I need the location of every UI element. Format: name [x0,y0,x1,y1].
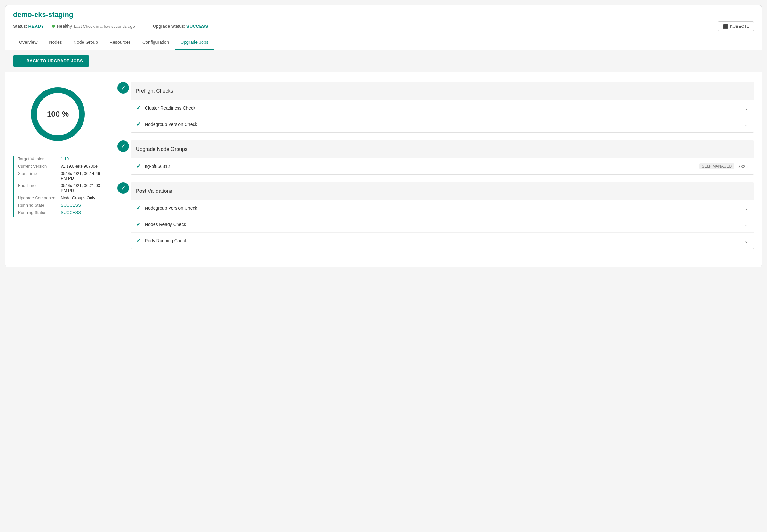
post-items: ✓ Nodegroup Version Check ⌄ ✓ Nodes Read… [131,200,754,249]
left-panel: 100 % Target Version 1.19 Current Versio… [13,82,103,257]
target-version-row: Target Version 1.19 [18,156,103,161]
pipeline: ✓ Preflight Checks ✓ Cluster Readiness C… [115,82,754,257]
post-content: Post Validations ✓ Nodegroup Version Che… [131,182,754,249]
preflight-connector: ✓ [115,82,131,140]
last-check: Last Check in a few seconds ago [74,24,135,29]
back-button-label: BACK TO UPGRADE JOBS [27,59,83,63]
tab-configuration[interactable]: Configuration [137,35,175,50]
header: demo-eks-staging Status: READY Healthy L… [5,5,762,35]
pods-running-chevron-icon: ⌄ [744,238,748,244]
back-area: ← BACK TO UPGRADE JOBS [5,50,762,72]
preflight-items: ✓ Cluster Readiness Check ⌄ ✓ Nodegroup … [131,100,754,133]
right-panel: ✓ Preflight Checks ✓ Cluster Readiness C… [115,82,754,257]
cluster-readiness-check-icon: ✓ [136,105,141,112]
progress-donut: 100 % [26,82,90,146]
nodegroup-version-check-preflight-icon: ✓ [136,121,141,128]
nodegroup-version-check-post-label: Nodegroup Version Check [145,206,738,211]
pods-running-check-label: Pods Running Check [145,238,738,243]
upgrade-status: Upgrade Status: SUCCESS [153,24,208,29]
nodegroup-version-check-post-icon: ✓ [136,205,141,212]
upgrade-title: Upgrade Node Groups [136,146,187,152]
preflight-checks-section: ✓ Preflight Checks ✓ Cluster Readiness C… [115,82,754,140]
back-arrow-icon: ← [20,59,24,63]
preflight-title: Preflight Checks [136,88,173,94]
preflight-content: Preflight Checks ✓ Cluster Readiness Che… [131,82,754,133]
connector-line-2 [123,152,123,182]
progress-percent: 100 % [47,110,69,119]
tab-resources[interactable]: Resources [104,35,137,50]
upgrade-component-row: Upgrade Component Node Groups Only [18,195,103,200]
info-table: Target Version 1.19 Current Version v1.1… [13,156,103,217]
current-version-row: Current Version v1.19.8-eks-96780e [18,164,103,168]
tab-overview[interactable]: Overview [13,35,43,50]
post-connector: ✓ [115,182,131,257]
target-version-label: Target Version [18,156,59,161]
current-version-value: v1.19.8-eks-96780e [61,164,103,168]
target-version-value: 1.19 [61,156,103,161]
terminal-icon: ⬛ [723,24,728,29]
tab-upgrade-jobs[interactable]: Upgrade Jobs [175,35,214,50]
upgrade-node-groups-section: ✓ Upgrade Node Groups ✓ ng-bf850312 SELF… [115,140,754,182]
status-text: Status: READY [13,24,44,29]
nodegroup-version-check-preflight-label: Nodegroup Version Check [145,122,738,127]
ng-duration: 332 s [738,164,748,169]
running-status-value: SUCCESS [61,210,103,215]
upgrade-component-value: Node Groups Only [61,195,103,200]
running-status-row: Running Status SUCCESS [18,210,103,215]
nodegroup-version-check-post[interactable]: ✓ Nodegroup Version Check ⌄ [131,200,754,216]
pods-running-check[interactable]: ✓ Pods Running Check ⌄ [131,233,754,249]
health-label: Healthy [57,24,72,29]
connector-line-1 [123,94,123,140]
nodegroup-version-post-chevron-icon: ⌄ [744,205,748,211]
self-managed-badge: SELF MANAGED [699,163,734,169]
nodes-ready-check-label: Nodes Ready Check [145,222,738,227]
upgrade-component-label: Upgrade Component [18,195,59,200]
post-validations-section: ✓ Post Validations ✓ Nodegroup Version C… [115,182,754,257]
upgrade-header: Upgrade Node Groups [131,140,754,158]
cluster-readiness-chevron-icon: ⌄ [744,105,748,111]
nodes-ready-check-icon: ✓ [136,221,141,228]
pods-running-check-icon: ✓ [136,237,141,244]
post-title: Post Validations [136,188,172,194]
running-state-label: Running State [18,203,59,207]
upgrade-items: ✓ ng-bf850312 SELF MANAGED 332 s [131,158,754,175]
tab-nodes[interactable]: Nodes [43,35,67,50]
preflight-check-circle: ✓ [117,82,129,94]
nodes-ready-chevron-icon: ⌄ [744,222,748,228]
running-status-label: Running Status [18,210,59,215]
nodegroup-version-check-preflight[interactable]: ✓ Nodegroup Version Check ⌄ [131,116,754,132]
ng-label: ng-bf850312 [145,164,693,169]
upgrade-status-value: SUCCESS [186,24,208,29]
status-value: READY [28,24,44,29]
current-version-label: Current Version [18,164,59,168]
preflight-header: Preflight Checks [131,82,754,100]
cluster-readiness-check[interactable]: ✓ Cluster Readiness Check ⌄ [131,100,754,116]
upgrade-connector: ✓ [115,140,131,182]
nodegroup-version-chevron-preflight-icon: ⌄ [744,121,748,128]
running-state-value: SUCCESS [61,203,103,207]
nav-tabs: Overview Nodes Node Group Resources Conf… [5,35,762,50]
kubectl-label: KUBECTL [730,24,749,29]
post-check-circle: ✓ [117,182,129,194]
upgrade-status-label: Upgrade Status: [153,24,185,29]
back-to-upgrade-jobs-button[interactable]: ← BACK TO UPGRADE JOBS [13,55,89,67]
status-label: Status: [13,24,27,29]
end-time-row: End Time 05/05/2021, 06:21:03 PM PDT [18,183,103,193]
upgrade-content: Upgrade Node Groups ✓ ng-bf850312 SELF M… [131,140,754,175]
end-time-label: End Time [18,183,59,193]
tab-node-group[interactable]: Node Group [68,35,104,50]
kubectl-button[interactable]: ⬛ KUBECTL [718,21,754,31]
cluster-name: demo-eks-staging [13,11,754,19]
ng-check-icon: ✓ [136,163,141,170]
upgrade-check-circle: ✓ [117,140,129,152]
nodes-ready-check[interactable]: ✓ Nodes Ready Check ⌄ [131,216,754,233]
health-indicator: Healthy Last Check in a few seconds ago [52,24,135,29]
ng-bf850312-item[interactable]: ✓ ng-bf850312 SELF MANAGED 332 s [131,158,754,174]
main-content: 100 % Target Version 1.19 Current Versio… [5,72,762,267]
cluster-readiness-check-label: Cluster Readiness Check [145,106,738,111]
running-state-row: Running State SUCCESS [18,203,103,207]
start-time-value: 05/05/2021, 06:14:46 PM PDT [61,171,103,181]
end-time-value: 05/05/2021, 06:21:03 PM PDT [61,183,103,193]
start-time-label: Start Time [18,171,59,181]
health-dot [52,25,55,28]
